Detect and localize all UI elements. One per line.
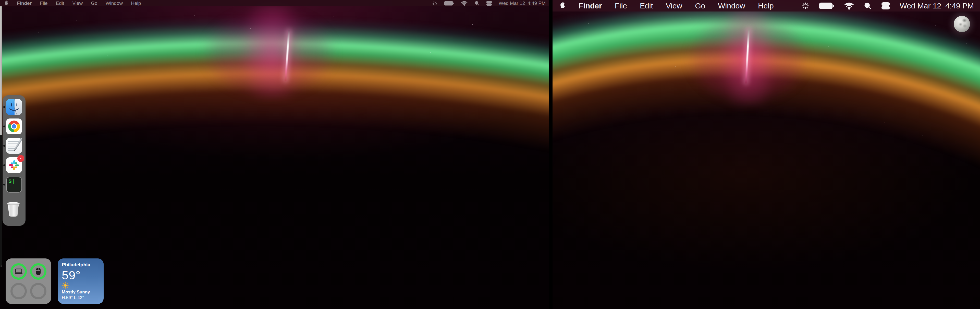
dock-item-finder[interactable] xyxy=(6,99,22,115)
weather-condition: Mostly Sunny xyxy=(62,290,100,295)
apple-menu-icon[interactable] xyxy=(3,0,9,6)
menu-file[interactable]: File xyxy=(615,2,627,10)
menu-go[interactable]: Go xyxy=(695,2,705,10)
menu-bar-left: Finder File Edit View Go Window Help xyxy=(0,0,549,6)
clock-time: 4:49 PM xyxy=(945,2,974,10)
dock-separator xyxy=(6,197,21,197)
wallpaper-aurora-pink-glow xyxy=(186,3,352,98)
menu-app-name[interactable]: Finder xyxy=(579,2,602,10)
weather-high-low: H:59° L:42° xyxy=(62,295,100,300)
desktop-widgets: Philadelphia 59° Mostly Sunny H:59° L:42… xyxy=(6,258,103,304)
offscreen-window-sliver-dark[interactable] xyxy=(0,135,2,267)
clock-date: Wed Mar 12 xyxy=(900,2,941,10)
spotlight-search-icon[interactable] xyxy=(474,1,479,6)
dock-item-chrome[interactable] xyxy=(6,118,22,134)
laptop-icon xyxy=(14,268,23,274)
gear-icon[interactable] xyxy=(802,2,809,10)
menu-window[interactable]: Window xyxy=(718,2,745,10)
clock-time: 4:49 PM xyxy=(528,0,546,6)
menu-edit[interactable]: Edit xyxy=(56,0,64,6)
battery-charging-icon[interactable] xyxy=(819,2,834,10)
menu-view[interactable]: View xyxy=(72,0,83,6)
battery-charging-icon[interactable] xyxy=(444,1,454,6)
battery-ring-empty-1 xyxy=(11,283,27,299)
wallpaper-moon xyxy=(954,16,970,32)
dock-item-slack[interactable]: • xyxy=(6,157,22,173)
battery-ring-mouse xyxy=(30,263,46,280)
battery-ring-laptop xyxy=(11,263,27,280)
slack-notification-badge: • xyxy=(18,155,24,162)
trash-icon xyxy=(6,201,21,217)
menu-edit[interactable]: Edit xyxy=(640,2,653,10)
offscreen-window-sliver-light[interactable] xyxy=(0,6,2,135)
weather-city: Philadelphia xyxy=(62,262,100,268)
dock-item-textedit[interactable] xyxy=(6,138,22,154)
display-left: Finder File Edit View Go Window Help xyxy=(0,0,549,309)
clock-date: Wed Mar 12 xyxy=(499,0,525,6)
menu-app-name[interactable]: Finder xyxy=(17,0,32,6)
menu-bar-clock[interactable]: Wed Mar 12 4:49 PM xyxy=(900,2,974,10)
sun-icon xyxy=(62,282,69,288)
menu-view[interactable]: View xyxy=(666,2,682,10)
display-right: Finder File Edit View Go Window Help xyxy=(552,0,980,309)
textedit-icon xyxy=(6,138,22,154)
control-center-icon[interactable] xyxy=(881,2,890,10)
apple-menu-icon[interactable] xyxy=(558,1,566,10)
menu-bar-right: Finder File Edit View Go Window Help xyxy=(552,0,980,11)
wifi-icon[interactable] xyxy=(461,1,468,6)
menu-help[interactable]: Help xyxy=(131,0,141,6)
mouse-icon xyxy=(35,268,41,276)
slack-icon: • xyxy=(6,157,22,173)
finder-icon xyxy=(6,99,22,115)
batteries-widget[interactable] xyxy=(6,258,51,304)
menu-file[interactable]: File xyxy=(40,0,48,6)
dock-item-terminal[interactable]: $| xyxy=(6,177,22,193)
menu-bar-clock[interactable]: Wed Mar 12 4:49 PM xyxy=(499,0,546,6)
terminal-prompt: $| xyxy=(8,178,15,185)
spotlight-search-icon[interactable] xyxy=(864,2,872,10)
menu-window[interactable]: Window xyxy=(106,0,123,6)
wifi-icon[interactable] xyxy=(844,2,854,10)
control-center-icon[interactable] xyxy=(486,1,492,6)
weather-widget[interactable]: Philadelphia 59° Mostly Sunny H:59° L:42… xyxy=(58,258,103,304)
battery-ring-empty-2 xyxy=(30,283,46,299)
dock: • $| xyxy=(3,95,25,226)
terminal-icon: $| xyxy=(6,177,22,193)
gear-icon[interactable] xyxy=(432,1,438,6)
chrome-icon xyxy=(6,118,22,134)
dock-item-trash[interactable] xyxy=(6,201,22,217)
menu-help[interactable]: Help xyxy=(758,2,774,10)
menu-go[interactable]: Go xyxy=(91,0,97,6)
weather-temperature: 59° xyxy=(62,268,100,282)
